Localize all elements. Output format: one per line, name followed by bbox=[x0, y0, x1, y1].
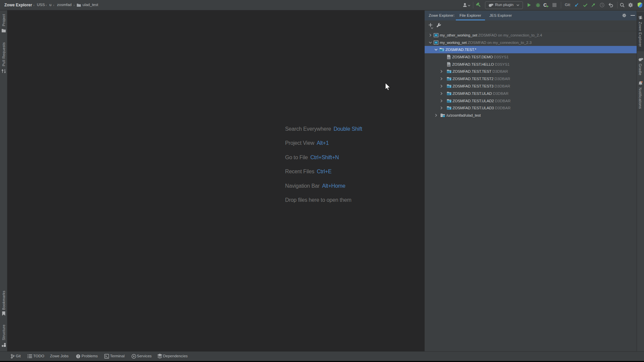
svg-text:C: C bbox=[543, 2, 547, 8]
